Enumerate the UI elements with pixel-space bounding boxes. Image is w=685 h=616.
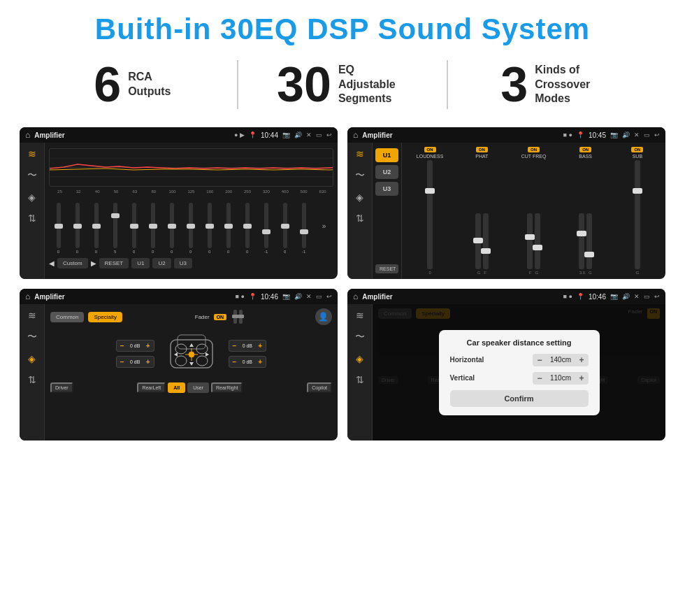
horizontal-plus[interactable]: + [579, 355, 584, 365]
common-tab-3[interactable]: Common [50, 312, 84, 322]
cutfreq-slider-g[interactable] [535, 213, 540, 269]
eq-thumb-10[interactable] [243, 224, 252, 229]
home-icon-4[interactable]: ⌂ [353, 292, 358, 301]
reset-btn-1[interactable]: RESET [99, 258, 129, 268]
horizontal-minus[interactable]: − [537, 355, 542, 365]
phat-on[interactable]: ON [476, 147, 488, 152]
phat-slider-g[interactable] [475, 213, 481, 269]
specialty-tab-3[interactable]: Specialty [88, 312, 122, 322]
u3-button[interactable]: U3 [375, 182, 398, 196]
eq-track-2[interactable] [94, 203, 99, 248]
next-arrow[interactable]: ▶ [91, 259, 96, 267]
fader-v-1[interactable] [233, 310, 237, 324]
eq-thumb-13[interactable] [300, 229, 308, 234]
phat-slider-f[interactable] [483, 213, 489, 269]
fader-vthumb-2[interactable] [238, 315, 244, 318]
speaker-sidebar-icon-4[interactable]: ◈ [356, 353, 363, 364]
fr-minus[interactable]: − [233, 342, 237, 350]
eq-track-6[interactable] [170, 203, 174, 248]
sub-thumb[interactable] [633, 188, 642, 194]
speaker-sidebar-icon-3[interactable]: ◈ [28, 353, 36, 364]
wave-sidebar-icon-3[interactable]: 〜 [27, 331, 37, 343]
expand-icon[interactable]: » [322, 222, 326, 230]
eq-track-3[interactable] [113, 203, 117, 248]
eq-thumb-5[interactable] [149, 224, 157, 229]
bass-slider-2[interactable] [586, 213, 592, 269]
confirm-button[interactable]: Confirm [450, 390, 589, 407]
vertical-plus[interactable]: + [579, 373, 584, 383]
rr-minus[interactable]: − [233, 358, 237, 366]
eq-track-1[interactable] [75, 203, 80, 248]
eq-thumb-7[interactable] [187, 224, 195, 229]
wave-sidebar-icon-4[interactable]: 〜 [355, 331, 365, 343]
phat-thumb-g[interactable] [473, 238, 483, 243]
cutfreq-on[interactable]: ON [528, 147, 540, 152]
eq-thumb-9[interactable] [224, 224, 233, 229]
loudness-slider[interactable] [427, 160, 433, 269]
back-icon-4[interactable]: ↩ [654, 293, 660, 300]
person-icon-3[interactable]: 👤 [315, 308, 332, 325]
fl-plus[interactable]: + [146, 342, 150, 350]
prev-arrow[interactable]: ◀ [49, 259, 55, 267]
speaker-sidebar-icon-2[interactable]: ◈ [356, 192, 363, 203]
loudness-on[interactable]: ON [424, 147, 436, 152]
eq-thumb-4[interactable] [130, 224, 138, 229]
bass-on[interactable]: ON [579, 147, 591, 152]
eq-track-7[interactable] [189, 203, 193, 248]
back-icon-2[interactable]: ↩ [654, 131, 660, 138]
all-btn[interactable]: All [168, 382, 185, 393]
fader-v-2[interactable] [239, 310, 243, 324]
sub-slider[interactable] [635, 160, 640, 269]
eq-track-0[interactable] [57, 203, 61, 248]
u3-btn-1[interactable]: U3 [174, 258, 192, 268]
arrows-sidebar-icon-2[interactable]: ⇅ [356, 213, 364, 224]
rl-minus[interactable]: − [120, 358, 124, 366]
arrows-sidebar-icon[interactable]: ⇅ [28, 213, 36, 224]
eq-track-9[interactable] [226, 203, 231, 248]
copilot-btn[interactable]: Copilot [307, 382, 332, 393]
eq-thumb-6[interactable] [168, 224, 176, 229]
sub-on[interactable]: ON [631, 147, 643, 152]
arrows-sidebar-icon-4[interactable]: ⇅ [356, 374, 364, 385]
loudness-thumb[interactable] [425, 188, 435, 194]
preset-custom[interactable]: Custom [57, 258, 88, 268]
eq-sidebar-icon-3[interactable]: ≋ [28, 310, 36, 321]
bass-thumb-1[interactable] [577, 231, 586, 236]
fl-minus[interactable]: − [120, 342, 124, 350]
home-icon-3[interactable]: ⌂ [25, 292, 30, 301]
home-icon-1[interactable]: ⌂ [25, 130, 30, 140]
eq-sidebar-icon-2[interactable]: ≋ [356, 148, 364, 159]
fr-plus[interactable]: + [258, 342, 262, 350]
eq-track-5[interactable] [151, 203, 155, 248]
u2-btn-1[interactable]: U2 [152, 258, 171, 268]
eq-track-13[interactable] [302, 203, 306, 248]
u2-button[interactable]: U2 [375, 165, 398, 179]
cutfreq-slider-f[interactable] [527, 213, 533, 269]
eq-thumb-1[interactable] [73, 224, 82, 229]
eq-thumb-2[interactable] [92, 224, 101, 229]
u1-button[interactable]: U1 [375, 148, 398, 162]
eq-track-10[interactable] [245, 203, 250, 248]
fader-on-3[interactable]: ON [214, 314, 227, 320]
eq-sidebar-icon-4[interactable]: ≋ [356, 310, 364, 321]
eq-track-8[interactable] [208, 203, 212, 248]
cutfreq-thumb-f[interactable] [525, 234, 535, 240]
reset-btn-2[interactable]: RESET [375, 264, 398, 273]
eq-thumb-0[interactable] [55, 224, 63, 229]
wave-sidebar-icon-2[interactable]: 〜 [355, 169, 365, 182]
phat-thumb-f[interactable] [481, 248, 491, 254]
arrows-sidebar-icon-3[interactable]: ⇅ [28, 374, 36, 385]
rl-plus[interactable]: + [146, 358, 150, 366]
bass-slider-1[interactable] [579, 213, 584, 269]
rr-plus[interactable]: + [258, 358, 262, 366]
eq-thumb-8[interactable] [206, 224, 214, 229]
eq-sidebar-icon[interactable]: ≋ [28, 148, 36, 159]
eq-thumb-11[interactable] [262, 229, 271, 234]
eq-thumb-12[interactable] [281, 224, 289, 229]
home-icon-2[interactable]: ⌂ [353, 130, 358, 140]
speaker-sidebar-icon[interactable]: ◈ [28, 192, 36, 203]
bass-thumb-2[interactable] [584, 252, 594, 257]
rearRight-btn[interactable]: RearRight [211, 382, 243, 393]
back-icon-1[interactable]: ↩ [326, 131, 332, 138]
rearLeft-btn[interactable]: RearLeft [137, 382, 166, 393]
